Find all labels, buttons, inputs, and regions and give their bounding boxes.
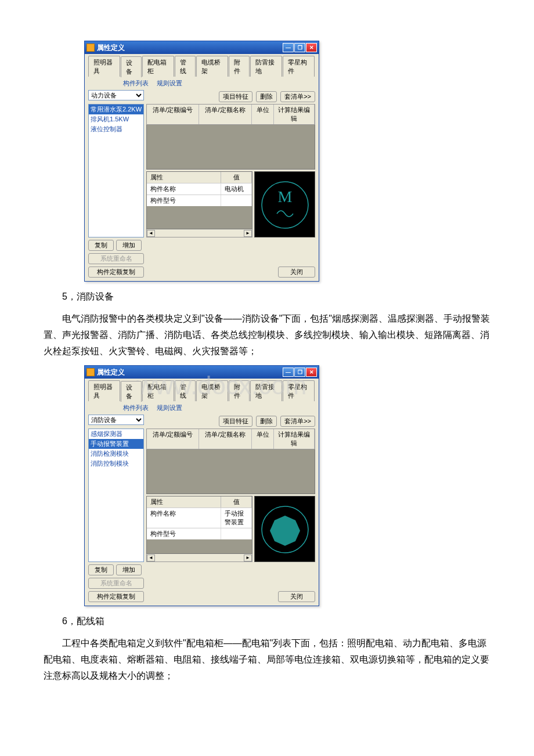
add-button[interactable]: 增加 [116, 564, 142, 575]
col-name: 清单/定额名称 [199, 429, 252, 449]
prop-col-val: 值 [221, 172, 252, 183]
tab-cabinet[interactable]: 配电箱柜 [142, 380, 174, 401]
sublabel-list[interactable]: 构件列表 [123, 404, 149, 412]
app-icon [86, 368, 95, 376]
maximize-button[interactable]: ❐ [294, 368, 305, 377]
minimize-button[interactable]: — [283, 43, 294, 52]
sub-row: 构件列表 规则设置 [123, 79, 315, 88]
component-copy-button[interactable]: 构件定额复制 [88, 591, 144, 602]
copy-button[interactable]: 复制 [88, 240, 114, 251]
rename-button: 系统重命名 [88, 578, 144, 589]
window-title: 属性定义 [97, 43, 125, 53]
close-button[interactable]: ✕ [306, 43, 317, 52]
tab-cabinet[interactable]: 配电箱柜 [142, 56, 174, 77]
tab-lightning[interactable]: 防雷接地 [250, 380, 282, 401]
col-calc: 计算结果编辑 [274, 105, 315, 124]
tab-lighting[interactable]: 照明器具 [88, 380, 120, 401]
delete-button[interactable]: 删除 [256, 91, 277, 102]
prop-row: 构件名称 手动报警装置 [147, 507, 252, 528]
tab-lightning[interactable]: 防雷接地 [250, 56, 282, 77]
property-grid[interactable]: 属性 值 构件名称 电动机 构件型号 [146, 171, 252, 229]
grid-body[interactable] [146, 125, 315, 170]
minimize-button[interactable]: — [283, 368, 294, 377]
tab-tray[interactable]: 电缆桥架 [196, 380, 228, 401]
col-name: 清单/定额名称 [199, 105, 252, 124]
h-scrollbar[interactable]: ◄► [146, 554, 252, 562]
component-list[interactable]: 感烟探测器 手动报警装置 消防检测模块 消防控制模块 [88, 429, 144, 562]
prop-row: 构件名称 电动机 [147, 183, 252, 195]
list-item[interactable]: 消防控制模块 [89, 459, 143, 469]
component-list[interactable]: 常用潜水泵2.2KW 排风机1.5KW 液位控制器 [88, 104, 144, 237]
motor-icon: M [255, 172, 316, 238]
alarm-icon [255, 496, 316, 563]
tab-accessory[interactable]: 附件 [229, 56, 250, 77]
svg-marker-3 [270, 516, 300, 546]
tab-tray[interactable]: 电缆桥架 [196, 56, 228, 77]
close-dialog-button[interactable]: 关闭 [278, 591, 315, 602]
tab-accessory[interactable]: 附件 [229, 380, 250, 401]
project-feature-button[interactable]: 项目特征 [219, 91, 252, 102]
main-tabs: 照明器具 设备 配电箱柜 管线 电缆桥架 附件 防雷接地 零星构件 [88, 56, 315, 77]
col-unit: 单位 [252, 429, 274, 449]
close-dialog-button[interactable]: 关闭 [278, 267, 315, 278]
section-heading-6: 6，配线箱 [44, 613, 490, 629]
svg-text:M: M [278, 188, 293, 206]
grid-header: 清单/定额编号 清单/定额名称 单位 计算结果编辑 [146, 104, 315, 125]
sublabel-list[interactable]: 构件列表 [123, 79, 149, 88]
paragraph-6: 工程中各类配电箱定义到软件"配电箱柜——配电箱"列表下面，包括：照明配电箱、动力… [44, 635, 490, 684]
category-select[interactable]: 动力设备 [88, 90, 144, 100]
tab-misc[interactable]: 零星构件 [283, 380, 315, 401]
sublabel-rules[interactable]: 规则设置 [157, 79, 182, 88]
col-code: 清单/定额编号 [147, 429, 199, 449]
grid-body[interactable] [146, 449, 315, 494]
col-unit: 单位 [252, 105, 274, 124]
list-item[interactable]: 液位控制器 [89, 124, 143, 134]
full-list-button[interactable]: 套清单>> [280, 416, 315, 427]
paragraph-5: 电气消防报警中的各类模块定义到"设备——消防设备"下面，包括"烟感探测器、温感探… [44, 311, 490, 359]
tab-conduit[interactable]: 管线 [175, 56, 196, 77]
prop-row: 构件型号 [147, 528, 252, 539]
add-button[interactable]: 增加 [116, 240, 142, 251]
grid-header: 清单/定额编号 清单/定额名称 单位 计算结果编辑 [146, 429, 315, 449]
list-item[interactable]: 感烟探测器 [89, 429, 143, 439]
dialog-2: 属性定义 — ❐ ✕ 照明器具 设备 配电箱柜 管线 电缆桥架 附件 防雷接地 … [84, 365, 319, 606]
dialog-1: 属性定义 — ❐ ✕ 照明器具 设备 配电箱柜 管线 电缆桥架 附件 防雷接地 … [84, 41, 319, 282]
title-bar[interactable]: 属性定义 — ❐ ✕ [85, 366, 319, 379]
rename-button: 系统重命名 [88, 253, 144, 264]
list-item[interactable]: 排风机1.5KW [89, 114, 143, 124]
prop-col-attr: 属性 [147, 496, 221, 507]
full-list-button[interactable]: 套清单>> [280, 91, 315, 102]
list-item[interactable]: 常用潜水泵2.2KW [89, 105, 143, 114]
close-button[interactable]: ✕ [306, 368, 317, 377]
list-item[interactable]: 手动报警装置 [89, 439, 143, 449]
col-code: 清单/定额编号 [147, 105, 199, 124]
project-feature-button[interactable]: 项目特征 [219, 416, 252, 427]
tab-conduit[interactable]: 管线 [175, 380, 196, 401]
component-copy-button[interactable]: 构件定额复制 [88, 267, 144, 278]
h-scrollbar[interactable]: ◄► [146, 229, 252, 237]
window-title: 属性定义 [97, 368, 125, 377]
sub-row: 构件列表 规则设置 [123, 404, 315, 412]
main-tabs: 照明器具 设备 配电箱柜 管线 电缆桥架 附件 防雷接地 零星构件 [88, 380, 315, 401]
title-bar[interactable]: 属性定义 — ❐ ✕ [85, 41, 319, 54]
sublabel-rules[interactable]: 规则设置 [157, 404, 182, 412]
tab-lighting[interactable]: 照明器具 [88, 56, 120, 77]
list-item[interactable]: 消防检测模块 [89, 449, 143, 459]
prop-col-val: 值 [221, 496, 252, 507]
prop-row: 构件型号 [147, 195, 252, 206]
section-heading-5: 5，消防设备 [44, 289, 490, 305]
category-select[interactable]: 消防设备 [88, 415, 144, 425]
preview-pane [254, 496, 315, 562]
tab-misc[interactable]: 零星构件 [283, 56, 315, 77]
dialog-body: 照明器具 设备 配电箱柜 管线 电缆桥架 附件 防雷接地 零星构件 构件列表 规… [85, 54, 319, 281]
dialog-body: 照明器具 设备 配电箱柜 管线 电缆桥架 附件 防雷接地 零星构件 构件列表 规… [85, 379, 319, 606]
copy-button[interactable]: 复制 [88, 564, 114, 575]
delete-button[interactable]: 删除 [256, 416, 277, 427]
app-icon [86, 44, 95, 52]
tab-device[interactable]: 设备 [121, 381, 142, 402]
prop-col-attr: 属性 [147, 172, 221, 183]
col-calc: 计算结果编辑 [274, 429, 315, 449]
maximize-button[interactable]: ❐ [294, 43, 305, 52]
tab-device[interactable]: 设备 [121, 56, 142, 77]
property-grid[interactable]: 属性 值 构件名称 手动报警装置 构件型号 [146, 496, 252, 554]
